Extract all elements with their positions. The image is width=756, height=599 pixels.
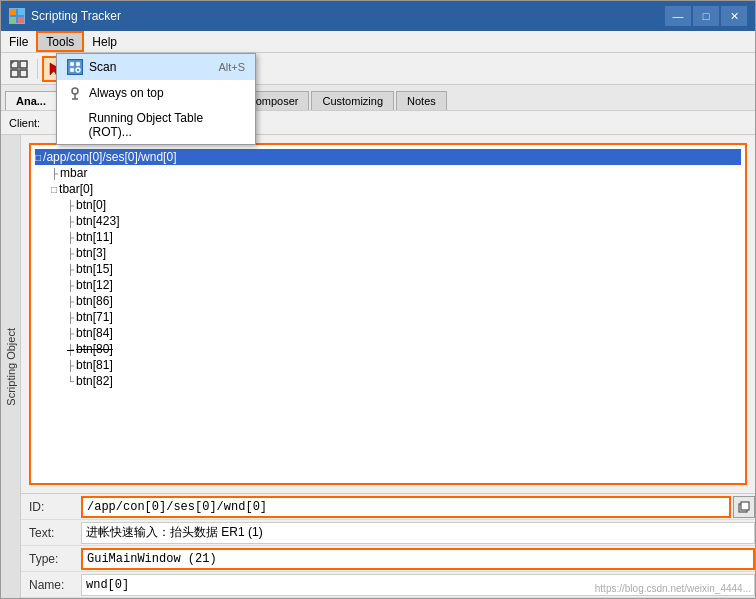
- tree-node-icon: ├: [67, 280, 74, 291]
- svg-rect-5: [76, 62, 80, 66]
- svg-rect-0: [10, 9, 16, 15]
- tree-item-label: btn[82]: [76, 374, 113, 388]
- tree-node-icon: ├: [67, 232, 74, 243]
- client-label: Client:: [9, 117, 40, 129]
- toolbar-scan-btn[interactable]: [5, 56, 33, 82]
- tree-item-btn0[interactable]: ├ btn[0]: [35, 197, 741, 213]
- tree-expand-icon: □: [51, 184, 57, 195]
- window-title: Scripting Tracker: [31, 9, 121, 23]
- menu-help[interactable]: Help: [84, 31, 125, 52]
- tree-node-icon: ├: [67, 248, 74, 259]
- tree-item-label: btn[84]: [76, 326, 113, 340]
- tree-item-label: mbar: [60, 166, 87, 180]
- prop-value-text: 进帐快速输入：抬头数据 ER1 (1): [81, 522, 755, 544]
- tree-node-icon: ├: [67, 264, 74, 275]
- tree-item-label: btn[15]: [76, 262, 113, 276]
- menu-file[interactable]: File: [1, 31, 36, 52]
- tree-item-label: btn[81]: [76, 358, 113, 372]
- prop-label-name: Name:: [21, 578, 81, 592]
- tree-item-tbar[interactable]: □ tbar[0]: [35, 181, 741, 197]
- tree-item-label: tbar[0]: [59, 182, 93, 196]
- sidebar-label-area: Scripting Object: [1, 135, 21, 598]
- maximize-button[interactable]: □: [693, 6, 719, 26]
- prop-row-text: Text: 进帐快速输入：抬头数据 ER1 (1): [21, 520, 755, 546]
- tree-item-btn15[interactable]: ├ btn[15]: [35, 261, 741, 277]
- main-content: Scripting Object □ /app/con[0]/ses[0]/wn…: [1, 135, 755, 598]
- menu-bar: File Tools Help Sc: [1, 31, 755, 53]
- prop-value-container-type: GuiMainWindow (21): [81, 548, 755, 570]
- tree-item-btn71[interactable]: ├ btn[71]: [35, 309, 741, 325]
- prop-row-name: Name: wnd[0]: [21, 572, 755, 598]
- tree-node-icon: ├: [67, 200, 74, 211]
- tree-item-btn82[interactable]: └ btn[82]: [35, 373, 741, 389]
- tree-item-btn12[interactable]: ├ btn[12]: [35, 277, 741, 293]
- tree-item-label: btn[80]: [76, 342, 113, 356]
- svg-rect-13: [11, 70, 18, 77]
- minimize-button[interactable]: —: [665, 6, 691, 26]
- svg-rect-14: [20, 70, 27, 77]
- prop-value-container-id: /app/con[0]/ses[0]/wnd[0]: [81, 496, 755, 518]
- app-icon: [9, 8, 25, 24]
- prop-row-type: Type: GuiMainWindow (21): [21, 546, 755, 572]
- tree-item-root[interactable]: □ /app/con[0]/ses[0]/wnd[0]: [35, 149, 741, 165]
- rot-icon: [67, 117, 83, 133]
- tree-node-icon: └: [67, 376, 74, 387]
- svg-rect-1: [18, 9, 24, 15]
- tree-node-icon: ├: [51, 168, 58, 179]
- tree-item-label: btn[71]: [76, 310, 113, 324]
- menu-tools[interactable]: Tools: [36, 31, 84, 52]
- svg-rect-19: [741, 502, 749, 510]
- tree-node-icon: ├: [67, 312, 74, 323]
- menu-rot[interactable]: Running Object Table (ROT)...: [57, 106, 255, 144]
- tab-customizing[interactable]: Customizing: [311, 91, 394, 110]
- tools-dropdown: Scan Alt+S Always on top: [56, 53, 256, 145]
- copy-id-button[interactable]: [733, 496, 755, 518]
- prop-value-id: /app/con[0]/ses[0]/wnd[0]: [81, 496, 731, 518]
- svg-point-7: [76, 68, 80, 72]
- properties-panel: ID: /app/con[0]/ses[0]/wnd[0]: [21, 493, 755, 598]
- prop-value-type: GuiMainWindow (21): [81, 548, 755, 570]
- menu-scan[interactable]: Scan Alt+S: [57, 54, 255, 80]
- prop-value-container-name: wnd[0]: [81, 574, 755, 596]
- pin-icon: [67, 85, 83, 101]
- tree-item-btn80[interactable]: ├ btn[80]: [35, 341, 741, 357]
- tree-item-btn84[interactable]: ├ btn[84]: [35, 325, 741, 341]
- toolbar-sep: [37, 59, 38, 79]
- prop-value-container-text: 进帐快速输入：抬头数据 ER1 (1): [81, 522, 755, 544]
- svg-rect-3: [18, 17, 24, 23]
- tree-item-label: btn[0]: [76, 198, 106, 212]
- prop-label-type: Type:: [21, 552, 81, 566]
- menu-always-on-top[interactable]: Always on top: [57, 80, 255, 106]
- prop-label-id: ID:: [21, 500, 81, 514]
- svg-rect-2: [10, 17, 16, 23]
- prop-row-id: ID: /app/con[0]/ses[0]/wnd[0]: [21, 494, 755, 520]
- tree-item-label: btn[12]: [76, 278, 113, 292]
- tree-item-btn81[interactable]: ├ btn[81]: [35, 357, 741, 373]
- tree-item-btn11[interactable]: ├ btn[11]: [35, 229, 741, 245]
- svg-rect-12: [20, 61, 27, 68]
- prop-label-text: Text:: [21, 526, 81, 540]
- svg-rect-4: [70, 62, 74, 66]
- svg-point-8: [72, 88, 78, 94]
- tree-item-btn86[interactable]: ├ btn[86]: [35, 293, 741, 309]
- close-button[interactable]: ✕: [721, 6, 747, 26]
- tree-item-btn423[interactable]: ├ btn[423]: [35, 213, 741, 229]
- tree-item-label: btn[3]: [76, 246, 106, 260]
- title-bar: Scripting Tracker — □ ✕: [1, 1, 755, 31]
- tree-node-icon: ├: [67, 216, 74, 227]
- prop-value-name: wnd[0]: [81, 574, 755, 596]
- tree-item-mbar[interactable]: ├ mbar: [35, 165, 741, 181]
- main-window: Scripting Tracker — □ ✕ File Tools Help: [0, 0, 756, 599]
- tree-item-label: btn[423]: [76, 214, 119, 228]
- tree-item-label: btn[11]: [76, 230, 113, 244]
- window-controls: — □ ✕: [665, 6, 747, 26]
- tree-node-icon: ├: [67, 328, 74, 339]
- tab-notes[interactable]: Notes: [396, 91, 447, 110]
- svg-rect-6: [70, 68, 74, 72]
- tree-node-icon: ├: [67, 344, 74, 355]
- tree-panel[interactable]: □ /app/con[0]/ses[0]/wnd[0] ├ mbar □ tba…: [29, 143, 747, 485]
- tree-node-icon: ├: [67, 296, 74, 307]
- tree-item-btn3[interactable]: ├ btn[3]: [35, 245, 741, 261]
- tab-analyzer[interactable]: Ana...: [5, 91, 57, 110]
- tree-item-label: btn[86]: [76, 294, 113, 308]
